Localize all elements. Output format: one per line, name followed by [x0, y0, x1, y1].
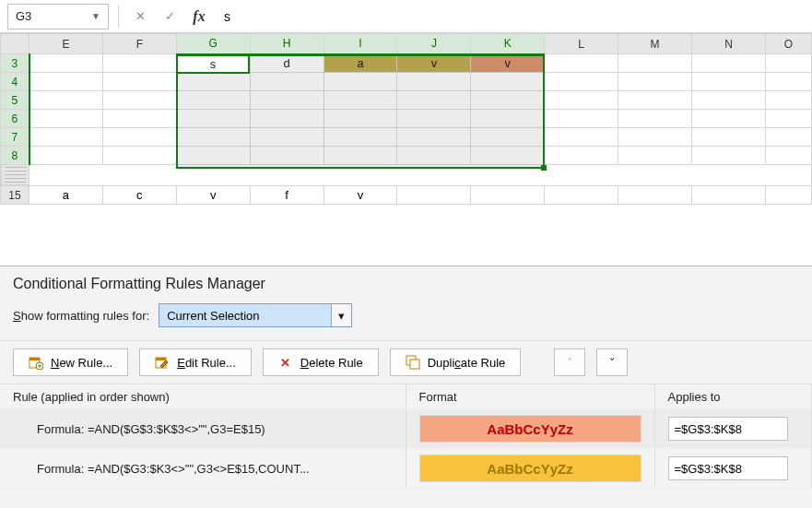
col-header[interactable]: K [471, 34, 545, 54]
cell[interactable] [471, 91, 545, 110]
cell[interactable] [324, 73, 397, 91]
cell[interactable]: a [29, 186, 103, 205]
row-header[interactable]: 15 [1, 186, 29, 205]
duplicate-rule-button[interactable]: Duplicate Rule [390, 349, 522, 376]
cell[interactable] [324, 110, 397, 128]
cell[interactable] [102, 73, 176, 91]
cell[interactable]: f [250, 186, 324, 205]
col-header[interactable]: F [102, 34, 176, 54]
cell[interactable]: v [176, 186, 250, 205]
cell[interactable] [324, 147, 397, 165]
cell[interactable] [618, 186, 692, 205]
cell[interactable] [765, 186, 811, 205]
cell[interactable] [397, 91, 471, 110]
cell[interactable] [250, 110, 324, 128]
show-for-combo[interactable]: Current Selection ▾ [159, 303, 352, 327]
cell[interactable] [765, 128, 811, 147]
cell[interactable] [29, 147, 103, 165]
cell[interactable] [324, 128, 397, 147]
col-header[interactable]: J [397, 34, 471, 54]
cell[interactable] [176, 91, 250, 110]
cell[interactable] [102, 91, 176, 110]
cell[interactable] [765, 54, 811, 73]
cell[interactable] [692, 54, 766, 73]
formula-input[interactable] [217, 4, 805, 30]
row-header[interactable]: 4 [1, 73, 29, 91]
cell[interactable] [692, 110, 766, 128]
rule-row[interactable]: Formula: =AND($G3:$K3<>"",G3<>E$15,COUNT… [0, 449, 812, 489]
rule-row[interactable]: Formula: =AND($G$3:$K$3<>"",G3=E$15) AaB… [0, 409, 812, 449]
col-header[interactable]: O [765, 34, 811, 54]
move-up-button[interactable]: ˄ [554, 349, 585, 376]
col-header[interactable]: N [692, 34, 766, 54]
cell[interactable] [29, 128, 103, 147]
cell[interactable] [250, 147, 324, 165]
cell[interactable] [471, 147, 545, 165]
move-down-button[interactable]: ˅ [596, 349, 628, 376]
cell[interactable] [176, 73, 250, 91]
cell[interactable]: v [471, 54, 545, 73]
row-header[interactable]: 6 [1, 110, 29, 128]
cell[interactable] [397, 73, 471, 91]
cell[interactable] [692, 147, 766, 165]
new-rule-button[interactable]: New Rule... [13, 349, 128, 376]
cell[interactable] [471, 128, 545, 147]
enter-icon[interactable]: ✓ [158, 5, 182, 29]
col-header[interactable]: M [618, 34, 692, 54]
cell[interactable] [397, 110, 471, 128]
cell[interactable] [471, 110, 545, 128]
applies-to-input[interactable] [668, 456, 788, 480]
cell[interactable] [765, 73, 811, 91]
cancel-icon[interactable]: ✕ [128, 5, 152, 29]
cell[interactable] [692, 91, 766, 110]
cell[interactable]: d [250, 54, 324, 73]
col-header[interactable]: H [250, 34, 324, 54]
edit-rule-button[interactable]: Edit Rule... [139, 349, 252, 376]
row-header-collapsed[interactable] [1, 165, 29, 186]
cell[interactable] [618, 110, 692, 128]
cell[interactable] [29, 110, 103, 128]
cell[interactable] [397, 147, 471, 165]
cell[interactable] [618, 73, 692, 91]
chevron-down-icon[interactable]: ▾ [331, 304, 351, 326]
cell[interactable] [102, 147, 176, 165]
cell[interactable] [29, 165, 812, 186]
cell[interactable] [250, 128, 324, 147]
cell[interactable] [102, 54, 176, 73]
cell[interactable] [692, 186, 766, 205]
cell[interactable] [176, 128, 250, 147]
cell[interactable]: s [176, 54, 250, 73]
cell[interactable] [29, 73, 103, 91]
cell[interactable] [545, 73, 618, 91]
delete-rule-button[interactable]: ✕ Delete Rule [263, 349, 379, 376]
cell[interactable] [692, 128, 766, 147]
col-header[interactable]: G [176, 34, 250, 54]
cell[interactable] [397, 186, 471, 205]
cell[interactable] [765, 147, 811, 165]
cell[interactable]: a [324, 54, 397, 73]
cell[interactable] [618, 54, 692, 73]
cell[interactable] [545, 91, 618, 110]
cell[interactable] [250, 73, 324, 91]
cell[interactable] [545, 147, 618, 165]
cell[interactable] [250, 91, 324, 110]
cell[interactable] [324, 91, 397, 110]
cell[interactable] [545, 128, 618, 147]
fx-icon[interactable]: fx [187, 5, 211, 29]
cell[interactable] [545, 186, 618, 205]
cell[interactable] [765, 110, 811, 128]
row-header[interactable]: 8 [1, 147, 29, 165]
sheet-grid[interactable]: E F G H I J K L M N O 3 s d a v v 4 5 6 … [0, 33, 812, 205]
cell[interactable] [471, 186, 545, 205]
row-header[interactable]: 3 [1, 54, 29, 73]
col-header[interactable]: L [545, 34, 618, 54]
cell[interactable]: v [397, 54, 471, 73]
col-header[interactable]: I [324, 34, 397, 54]
cell[interactable]: c [102, 186, 176, 205]
cell[interactable] [29, 91, 103, 110]
cell[interactable] [471, 73, 545, 91]
row-header[interactable]: 5 [1, 91, 29, 110]
applies-to-input[interactable] [668, 417, 788, 441]
cell[interactable] [102, 128, 176, 147]
cell[interactable]: v [324, 186, 397, 205]
